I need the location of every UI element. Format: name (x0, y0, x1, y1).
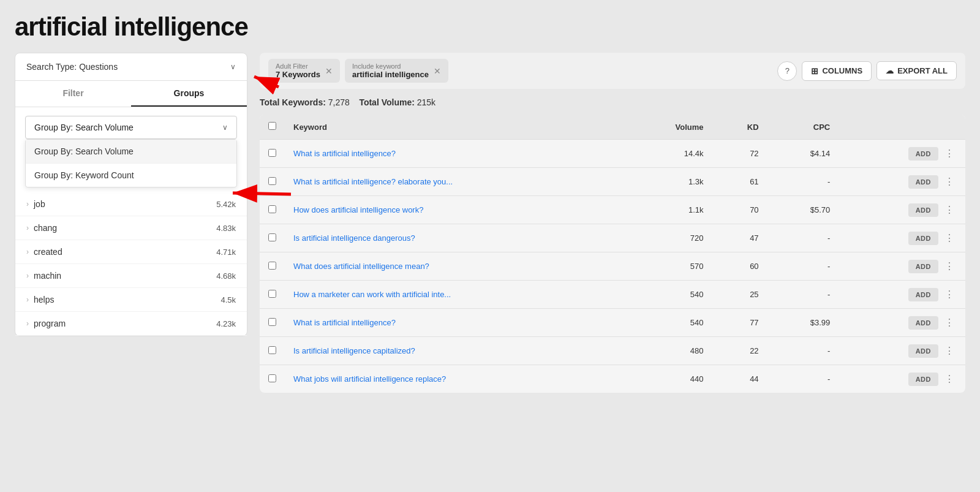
volume-header: Volume (625, 115, 712, 140)
group-name: machin (34, 271, 61, 281)
row-checkbox-cell (260, 309, 285, 337)
keyword-link[interactable]: Is artificial intelligence dangerous? (293, 233, 415, 243)
keyword-cell: What is artificial intelligence? elabora… (285, 168, 625, 196)
keyword-link[interactable]: What is artificial intelligence? (293, 318, 396, 327)
keyword-link[interactable]: What jobs will artificial intelligence r… (293, 374, 446, 384)
keyword-link[interactable]: Is artificial intelligence capitalized? (293, 346, 415, 355)
actions-cell: ADD ⋮ (839, 365, 965, 393)
more-options-button[interactable]: ⋮ (942, 259, 957, 273)
export-button[interactable]: ☁ EXPORT ALL (876, 61, 957, 80)
group-by-chevron: ∨ (222, 123, 228, 132)
cpc-header: CPC (767, 115, 839, 140)
kd-header: KD (712, 115, 767, 140)
sidebar-tabs: Filter Groups (15, 81, 247, 107)
table-row: How a marketer can work with artificial … (260, 281, 965, 309)
add-button[interactable]: ADD (908, 344, 938, 358)
more-options-button[interactable]: ⋮ (942, 146, 957, 161)
dropdown-item-search-volume[interactable]: Group By: Search Volume (26, 140, 236, 164)
help-button[interactable]: ? (777, 61, 797, 81)
table-row: What is artificial intelligence? elabora… (260, 168, 965, 196)
cpc-cell: - (767, 365, 839, 393)
actions-cell: ADD ⋮ (839, 140, 965, 168)
add-button[interactable]: ADD (908, 260, 938, 273)
cpc-cell: - (767, 281, 839, 309)
row-checkbox-cell (260, 224, 285, 252)
select-all-header (260, 115, 285, 140)
list-item[interactable]: › created 4.71k (15, 240, 247, 264)
sidebar: Search Type: Questions ∨ Filter Groups G… (15, 53, 247, 336)
keyword-link[interactable]: What is artificial intelligence? elabora… (293, 177, 453, 186)
row-checkbox[interactable] (268, 290, 276, 298)
group-by-select[interactable]: Group By: Search Volume ∨ (25, 116, 237, 139)
row-checkbox[interactable] (268, 177, 276, 185)
keyword-link[interactable]: How does artificial intelligence work? (293, 205, 423, 214)
actions-cell: ADD ⋮ (839, 281, 965, 309)
row-checkbox[interactable] (268, 233, 276, 241)
row-checkbox[interactable] (268, 318, 276, 326)
search-type-chevron: ∨ (230, 62, 236, 71)
group-count: 4.71k (216, 248, 236, 257)
list-item[interactable]: › chang 4.83k (15, 216, 247, 240)
content-area: Adult Filter 7 Keywords ✕ Include keywor… (260, 53, 965, 393)
more-options-button[interactable]: ⋮ (942, 175, 957, 189)
row-checkbox[interactable] (268, 346, 276, 354)
add-button[interactable]: ADD (908, 175, 938, 189)
cpc-cell: $4.14 (767, 140, 839, 168)
add-button[interactable]: ADD (908, 316, 938, 330)
list-item[interactable]: › job 5.42k (15, 192, 247, 216)
list-item[interactable]: › helps 4.5k (15, 288, 247, 312)
chevron-right-icon: › (26, 224, 29, 232)
search-type-dropdown[interactable]: Search Type: Questions ∨ (15, 53, 247, 81)
more-options-button[interactable]: ⋮ (942, 372, 957, 386)
table-row: What is artificial intelligence? 14.4k 7… (260, 140, 965, 168)
columns-button[interactable]: ⊞ COLUMNS (802, 61, 872, 81)
group-name: job (34, 199, 45, 209)
keyword-filter-close[interactable]: ✕ (434, 66, 441, 76)
chevron-right-icon: › (26, 200, 29, 208)
add-button[interactable]: ADD (908, 203, 938, 217)
more-options-button[interactable]: ⋮ (942, 316, 957, 330)
keyword-link[interactable]: How a marketer can work with artificial … (293, 290, 451, 299)
add-button[interactable]: ADD (908, 147, 938, 161)
dropdown-item-keyword-count[interactable]: Group By: Keyword Count (26, 164, 236, 187)
volume-cell: 1.1k (625, 196, 712, 224)
add-button[interactable]: ADD (908, 232, 938, 245)
search-type-label: Search Type: Questions (26, 62, 118, 72)
add-button[interactable]: ADD (908, 373, 938, 386)
more-options-button[interactable]: ⋮ (942, 287, 957, 301)
tab-groups[interactable]: Groups (131, 81, 247, 107)
kd-cell: 77 (712, 309, 767, 337)
chevron-right-icon: › (26, 271, 29, 280)
group-count: 4.83k (216, 224, 236, 233)
keyword-link[interactable]: What is artificial intelligence? (293, 149, 396, 158)
row-checkbox-cell (260, 140, 285, 168)
actions-cell: ADD ⋮ (839, 309, 965, 337)
adult-filter-chip: Adult Filter 7 Keywords ✕ (268, 59, 340, 83)
kd-cell: 72 (712, 140, 767, 168)
add-button[interactable]: ADD (908, 288, 938, 301)
adult-filter-close[interactable]: ✕ (325, 66, 333, 76)
list-item[interactable]: › machin 4.68k (15, 264, 247, 288)
row-checkbox[interactable] (268, 205, 276, 213)
row-checkbox[interactable] (268, 149, 276, 157)
kd-cell: 60 (712, 252, 767, 281)
row-checkbox[interactable] (268, 262, 276, 270)
group-count: 4.5k (221, 295, 236, 305)
export-label: EXPORT ALL (897, 66, 948, 75)
columns-label: COLUMNS (822, 66, 862, 75)
more-options-button[interactable]: ⋮ (942, 344, 957, 358)
list-item[interactable]: › program 4.23k (15, 312, 247, 336)
tab-filter[interactable]: Filter (15, 81, 131, 107)
more-options-button[interactable]: ⋮ (942, 203, 957, 217)
columns-icon: ⊞ (811, 66, 818, 76)
kd-cell: 22 (712, 337, 767, 365)
keyword-link[interactable]: What does artificial intelligence mean? (293, 262, 429, 271)
cpc-cell: - (767, 252, 839, 281)
row-checkbox-cell (260, 196, 285, 224)
more-options-button[interactable]: ⋮ (942, 231, 957, 245)
keyword-cell: What jobs will artificial intelligence r… (285, 365, 625, 393)
row-checkbox[interactable] (268, 374, 276, 382)
select-all-checkbox[interactable] (268, 122, 276, 130)
row-checkbox-cell (260, 337, 285, 365)
volume-cell: 720 (625, 224, 712, 252)
